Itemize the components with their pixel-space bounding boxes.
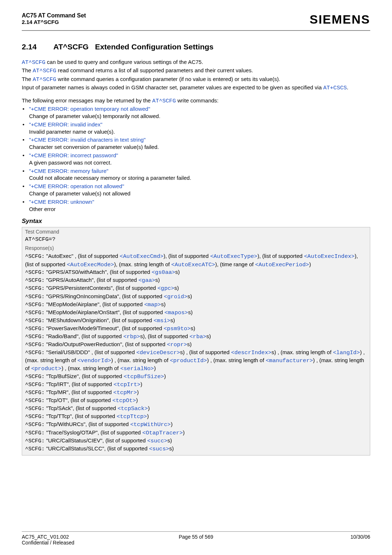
param-link[interactable]: <manufacturer> (266, 357, 313, 364)
syntax-heading: Syntax (22, 218, 370, 225)
link-atscfg-write[interactable]: AT^SCFG (33, 76, 56, 83)
error-desc: A given password was not correct. (29, 159, 112, 166)
footer-date: 10/30/06 (255, 534, 370, 546)
param-link[interactable]: <AutoExecIndex> (304, 253, 355, 260)
param-link[interactable]: <map> (144, 301, 161, 308)
param-link[interactable]: <vendorId> (77, 357, 111, 364)
syntax-box: Test Command AT^SCFG=? Response(s) ^SCFG… (22, 227, 370, 455)
error-desc: Could not allocate necessary memory or s… (29, 175, 191, 181)
param-link[interactable]: <tcpIrt> (114, 381, 140, 388)
param-link[interactable]: <gaa> (138, 277, 155, 284)
param-link[interactable]: <tcpSack> (118, 405, 148, 412)
param-link[interactable]: <AutoExecPeriod> (255, 262, 309, 268)
param-link[interactable]: <AutoExecATC> (171, 262, 215, 268)
footer-page: Page 55 of 569 (139, 534, 254, 546)
section-number: 2.14 (22, 42, 52, 51)
list-item: "+CME ERROR: memory failure" Could not a… (22, 167, 370, 182)
error-desc: Character set conversion of parameter va… (29, 144, 159, 150)
response-body: ^SCFG: "AutoExec" , (list of supported <… (22, 252, 370, 455)
section-ref: 2.14 AT^SCFG (22, 19, 86, 25)
test-command-label: Test Command (22, 227, 370, 235)
page-header: AC75 AT Command Set 2.14 AT^SCFG SIEMENS (22, 12, 370, 31)
error-link[interactable]: "+CME ERROR: memory failure" (29, 168, 109, 174)
param-link[interactable]: <tcpMr> (113, 389, 137, 396)
brand-logo: SIEMENS (310, 12, 370, 27)
link-atscfg-err[interactable]: AT^SCFG (152, 98, 176, 104)
error-link[interactable]: "+CME ERROR: operation not allowed" (29, 183, 124, 189)
response-label: Response(s) (22, 244, 370, 252)
param-link[interactable]: <AutoExecType> (210, 253, 257, 260)
list-item: "+CME ERROR: invalid index" Invalid para… (22, 121, 370, 135)
param-link[interactable]: <msi> (154, 317, 171, 324)
list-item: "+CME ERROR: incorrect password" A given… (22, 152, 370, 166)
list-item: "+CME ERROR: operation temporary not all… (22, 105, 370, 120)
param-link[interactable]: <AutoExecMode> (67, 262, 114, 268)
error-link[interactable]: "+CME ERROR: invalid index" (29, 121, 102, 127)
list-item: "+CME ERROR: operation not allowed" Chan… (22, 183, 370, 197)
param-link[interactable]: <groid> (164, 293, 187, 300)
link-atcscs[interactable]: AT+CSCS (323, 85, 347, 91)
section-title-text: Extended Configuration Settings (95, 42, 214, 51)
error-link[interactable]: "+CME ERROR: invalid characters in text … (29, 137, 146, 143)
error-link[interactable]: "+CME ERROR: unknown" (29, 199, 94, 205)
footer-confidential: Confidential / Released (22, 540, 137, 546)
footer-version: AC75_ATC_V01.002 (22, 534, 137, 540)
error-desc: Change of parameter value(s) not allowed (29, 190, 130, 197)
test-command: AT^SCFG=? (22, 235, 370, 244)
doc-title: AC75 AT Command Set (22, 12, 86, 19)
param-link[interactable]: <ropr> (167, 341, 187, 348)
list-item: "+CME ERROR: unknown" Other error (22, 198, 370, 213)
section-cmd: AT^SCFG (53, 42, 89, 51)
param-link[interactable]: <psm9to> (164, 325, 191, 332)
param-link[interactable]: <tcpOt> (113, 397, 136, 404)
list-item: "+CME ERROR: invalid characters in text … (22, 136, 370, 151)
param-link[interactable]: <sucs> (149, 446, 169, 452)
page-footer: AC75_ATC_V01.002 Confidential / Released… (22, 531, 370, 546)
param-link[interactable]: <OtapTracer> (142, 430, 183, 436)
section-heading: 2.14 AT^SCFG Extended Configuration Sett… (22, 42, 370, 51)
error-desc: Change of parameter value(s) temporarily… (29, 113, 160, 119)
param-link[interactable]: <succ> (147, 438, 167, 444)
link-atscfg[interactable]: AT^SCFG (22, 59, 45, 66)
error-link[interactable]: "+CME ERROR: incorrect password" (29, 152, 118, 158)
param-link[interactable]: <AutoExecCmd> (120, 253, 164, 260)
error-intro: The following error messages may be retu… (22, 97, 370, 105)
error-list: "+CME ERROR: operation temporary not all… (22, 105, 370, 212)
param-link[interactable]: <product> (31, 365, 62, 372)
param-link[interactable]: <tcpBufSize> (123, 373, 164, 380)
param-link[interactable]: <descrIndex> (231, 349, 271, 356)
param-link[interactable]: <tcpWithUrc> (130, 421, 171, 428)
param-link[interactable]: <mapos> (164, 309, 188, 316)
param-link[interactable]: <productId> (170, 357, 207, 364)
param-link[interactable]: <gs0aa> (152, 269, 175, 276)
error-link[interactable]: "+CME ERROR: operation temporary not all… (29, 106, 150, 112)
error-desc: Other error (29, 206, 56, 212)
param-link[interactable]: <serialNo> (120, 365, 154, 372)
param-link[interactable]: <gpc> (158, 285, 175, 292)
intro-paragraph: AT^SCFG can be used to query and configu… (22, 58, 370, 92)
param-link[interactable]: <langId> (333, 349, 360, 356)
param-link[interactable]: <rbp> (123, 333, 140, 340)
error-desc: Invalid parameter name or value(s). (29, 129, 115, 135)
param-link[interactable]: <deviceDescr> (136, 349, 180, 356)
param-link[interactable]: <tcpTtcp> (117, 413, 147, 420)
link-atscfg-read[interactable]: AT^SCFG (33, 68, 56, 74)
param-link[interactable]: <rba> (189, 333, 207, 340)
